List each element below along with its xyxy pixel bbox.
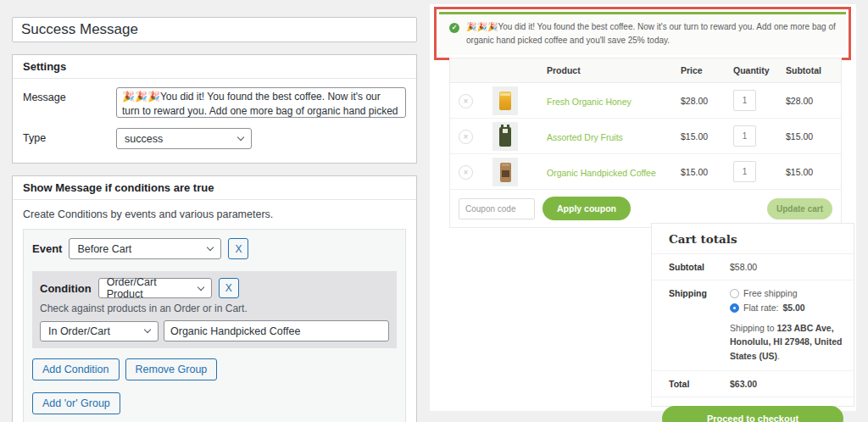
quantity-input[interactable] xyxy=(733,90,756,111)
coupon-row: Apply coupon Update cart xyxy=(450,190,841,227)
cart-table-header: Product Price Quantity Subtotal xyxy=(450,58,841,83)
condition-select[interactable]: Order/Cart Product xyxy=(98,278,212,298)
item-subtotal: $15.00 xyxy=(779,167,841,177)
item-price: $15.00 xyxy=(659,167,725,177)
operator-select[interactable]: In Order/Cart xyxy=(40,321,159,341)
condition-group: Condition Order/Cart Product X Check aga… xyxy=(32,271,397,348)
condition-help-text: Check against products in an Order or in… xyxy=(40,303,389,314)
subtotal-value: $58.00 xyxy=(730,262,757,272)
coffee-bag-image xyxy=(500,163,511,182)
subtotal-label: Subtotal xyxy=(669,262,730,272)
event-group: Event Before Cart X Condition Order/Cart… xyxy=(23,229,406,422)
total-row: Total $63.00 xyxy=(652,371,854,397)
update-cart-button[interactable]: Update cart xyxy=(767,198,832,219)
chevron-down-icon xyxy=(144,326,151,333)
cart-totals-panel: Cart totals Subtotal $58.00 Shipping Fre… xyxy=(651,223,854,407)
cart-preview: ✓ 🎉🎉🎉You did it! You found the best coff… xyxy=(430,4,856,411)
shipping-row: Shipping Free shipping Flat rate: $5.00 … xyxy=(652,280,854,371)
item-price: $28.00 xyxy=(659,96,725,106)
type-select[interactable]: success xyxy=(116,128,252,149)
quantity-input[interactable] xyxy=(733,161,756,182)
annotation-highlight-box: ✓ 🎉🎉🎉You did it! You found the best coff… xyxy=(434,7,851,60)
settings-panel: Settings Message 🎉🎉🎉You did it! You foun… xyxy=(12,54,417,164)
total-value: $63.00 xyxy=(730,379,757,389)
shipping-address: Shipping to 123 ABC Ave, Honolulu, HI 27… xyxy=(730,321,857,363)
product-thumbnail xyxy=(492,122,518,151)
add-condition-button[interactable]: Add Condition xyxy=(32,358,120,380)
success-notice-text: 🎉🎉🎉You did it! You found the best coffee… xyxy=(466,20,836,47)
cart-totals-title: Cart totals xyxy=(652,224,854,254)
flat-rate-label: Flat rate: xyxy=(743,303,778,313)
event-select[interactable]: Before Cart xyxy=(69,238,221,259)
coupon-code-input[interactable] xyxy=(459,198,535,219)
message-title-input[interactable] xyxy=(12,17,417,42)
condition-select-value: Order/Cart Product xyxy=(107,276,188,300)
proceed-to-checkout-button[interactable]: Proceed to checkout xyxy=(662,406,843,422)
product-thumbnail xyxy=(492,86,518,115)
operator-select-value: In Order/Cart xyxy=(48,325,110,337)
cart-row-honey: × Fresh Organic Honey $28.00 $28.00 xyxy=(450,83,841,119)
column-header-product: Product xyxy=(530,58,659,82)
remove-condition-button[interactable]: X xyxy=(219,278,239,298)
conditions-panel-header: Show Message if conditions are true xyxy=(13,176,416,200)
conditions-panel: Show Message if conditions are true Crea… xyxy=(12,175,417,422)
chevron-down-icon xyxy=(207,244,214,251)
message-editor: Settings Message 🎉🎉🎉You did it! You foun… xyxy=(12,17,417,422)
check-circle-icon: ✓ xyxy=(449,23,459,33)
free-shipping-option[interactable]: Free shipping xyxy=(730,288,857,298)
item-price: $15.00 xyxy=(659,131,725,142)
cart-table: Product Price Quantity Subtotal × Fresh … xyxy=(449,58,842,228)
radio-selected-icon[interactable] xyxy=(730,303,739,313)
total-label: Total xyxy=(669,379,730,389)
cart-row-dry-fruits: × Assorted Dry Fruits $15.00 $15.00 xyxy=(450,119,841,154)
type-select-value: success xyxy=(125,133,163,145)
address-period: . xyxy=(777,351,780,361)
flat-rate-value: $5.00 xyxy=(782,303,804,313)
column-header-price: Price xyxy=(659,58,725,82)
add-or-group-button[interactable]: Add 'or' Group xyxy=(32,392,120,414)
subtotal-row: Subtotal $58.00 xyxy=(652,254,854,280)
condition-label: Condition xyxy=(40,282,92,295)
conditions-intro: Create Conditions by events and various … xyxy=(23,208,406,220)
product-link[interactable]: Assorted Dry Fruits xyxy=(547,132,623,142)
event-label: Event xyxy=(32,242,62,255)
event-select-value: Before Cart xyxy=(77,243,131,255)
cart-row-coffee: × Organic Handpicked Coffee $15.00 $15.0… xyxy=(450,154,841,190)
remove-item-icon[interactable]: × xyxy=(459,130,473,144)
message-label: Message xyxy=(23,87,116,118)
remove-group-button[interactable]: Remove Group xyxy=(125,358,218,380)
radio-unselected-icon[interactable] xyxy=(730,289,739,298)
dry-fruits-bag-image xyxy=(499,127,511,147)
column-header-quantity: Quantity xyxy=(725,58,779,82)
item-subtotal: $28.00 xyxy=(779,96,841,106)
column-header-subtotal: Subtotal xyxy=(779,58,841,82)
product-link[interactable]: Fresh Organic Honey xyxy=(547,97,632,107)
free-shipping-label: Free shipping xyxy=(743,288,798,298)
remove-event-button[interactable]: X xyxy=(228,238,248,259)
chevron-down-icon xyxy=(197,283,203,290)
remove-item-icon[interactable]: × xyxy=(459,94,473,108)
settings-panel-header: Settings xyxy=(13,55,416,79)
message-textarea[interactable]: 🎉🎉🎉You did it! You found the best coffee… xyxy=(116,87,406,118)
condition-product-input[interactable] xyxy=(164,320,389,341)
success-notice: ✓ 🎉🎉🎉You did it! You found the best coff… xyxy=(439,12,846,55)
shipping-to-text: Shipping to xyxy=(730,323,775,333)
product-link[interactable]: Organic Handpicked Coffee xyxy=(547,168,656,178)
shipping-label: Shipping xyxy=(669,288,730,363)
chevron-down-icon xyxy=(237,134,244,141)
type-label: Type xyxy=(23,128,116,149)
apply-coupon-button[interactable]: Apply coupon xyxy=(542,197,631,220)
item-subtotal: $15.00 xyxy=(779,131,841,142)
flat-rate-option[interactable]: Flat rate: $5.00 xyxy=(730,303,857,313)
remove-item-icon[interactable]: × xyxy=(459,165,473,180)
quantity-input[interactable] xyxy=(733,125,756,147)
honey-jar-image xyxy=(499,92,511,110)
product-thumbnail xyxy=(492,158,518,186)
